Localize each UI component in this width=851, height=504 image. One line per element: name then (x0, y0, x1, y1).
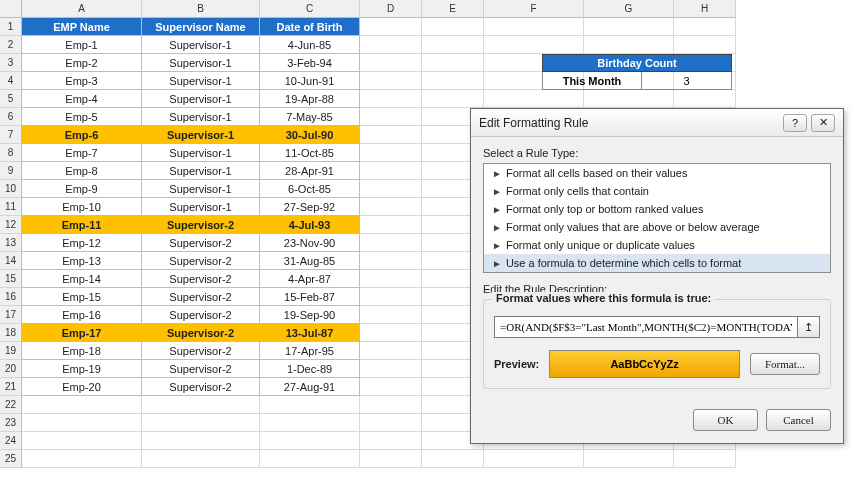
row-header[interactable]: 7 (0, 126, 22, 144)
empty-cell[interactable] (674, 450, 736, 468)
emp-name-cell[interactable]: Emp-20 (22, 378, 142, 396)
empty-cell[interactable] (360, 306, 422, 324)
rule-type-item[interactable]: ►Use a formula to determine which cells … (484, 254, 830, 272)
emp-name-cell[interactable]: Emp-1 (22, 36, 142, 54)
empty-cell[interactable] (360, 396, 422, 414)
row-header[interactable]: 16 (0, 288, 22, 306)
supervisor-cell[interactable]: Supervisor-1 (142, 144, 260, 162)
column-header[interactable]: E (422, 0, 484, 18)
rule-type-list[interactable]: ►Format all cells based on their values►… (483, 163, 831, 273)
empty-cell[interactable] (422, 90, 484, 108)
supervisor-cell[interactable]: Supervisor-2 (142, 378, 260, 396)
dob-cell[interactable]: 23-Nov-90 (260, 234, 360, 252)
emp-name-header[interactable]: EMP Name (22, 18, 142, 36)
empty-cell[interactable] (142, 396, 260, 414)
dob-cell[interactable]: 10-Jun-91 (260, 72, 360, 90)
empty-cell[interactable] (142, 414, 260, 432)
rule-type-item[interactable]: ►Format only unique or duplicate values (484, 236, 830, 254)
formula-input[interactable] (494, 316, 798, 338)
row-header[interactable]: 20 (0, 360, 22, 378)
column-header[interactable]: G (584, 0, 674, 18)
dob-cell[interactable]: 6-Oct-85 (260, 180, 360, 198)
dob-cell[interactable]: 3-Feb-94 (260, 54, 360, 72)
rule-type-item[interactable]: ►Format only cells that contain (484, 182, 830, 200)
row-header[interactable]: 3 (0, 54, 22, 72)
emp-name-cell[interactable]: Emp-9 (22, 180, 142, 198)
empty-cell[interactable] (260, 450, 360, 468)
row-header[interactable]: 18 (0, 324, 22, 342)
empty-cell[interactable] (360, 234, 422, 252)
dob-cell[interactable]: 13-Jul-87 (260, 324, 360, 342)
supervisor-cell[interactable]: Supervisor-1 (142, 90, 260, 108)
empty-cell[interactable] (360, 216, 422, 234)
empty-cell[interactable] (422, 72, 484, 90)
emp-name-cell[interactable]: Emp-6 (22, 126, 142, 144)
supervisor-cell[interactable]: Supervisor-2 (142, 360, 260, 378)
birthday-value-cell[interactable]: 3 (642, 72, 732, 90)
supervisor-cell[interactable]: Supervisor-1 (142, 54, 260, 72)
empty-cell[interactable] (584, 450, 674, 468)
emp-name-cell[interactable]: Emp-11 (22, 216, 142, 234)
row-header[interactable]: 24 (0, 432, 22, 450)
dob-cell[interactable]: 27-Aug-91 (260, 378, 360, 396)
row-header[interactable]: 13 (0, 234, 22, 252)
supervisor-cell[interactable]: Supervisor-2 (142, 216, 260, 234)
empty-cell[interactable] (484, 36, 584, 54)
empty-cell[interactable] (422, 450, 484, 468)
empty-cell[interactable] (584, 90, 674, 108)
row-header[interactable]: 2 (0, 36, 22, 54)
supervisor-cell[interactable]: Supervisor-1 (142, 108, 260, 126)
format-button[interactable]: Format... (750, 353, 820, 375)
ok-button[interactable]: OK (693, 409, 758, 431)
dob-cell[interactable]: 19-Sep-90 (260, 306, 360, 324)
empty-cell[interactable] (360, 36, 422, 54)
emp-name-cell[interactable]: Emp-16 (22, 306, 142, 324)
empty-cell[interactable] (360, 450, 422, 468)
empty-cell[interactable] (360, 360, 422, 378)
supervisor-name-header[interactable]: Supervisor Name (142, 18, 260, 36)
empty-cell[interactable] (260, 414, 360, 432)
dob-cell[interactable]: 17-Apr-95 (260, 342, 360, 360)
row-header[interactable]: 14 (0, 252, 22, 270)
empty-cell[interactable] (22, 414, 142, 432)
row-header[interactable]: 23 (0, 414, 22, 432)
empty-cell[interactable] (422, 54, 484, 72)
empty-cell[interactable] (360, 90, 422, 108)
dob-cell[interactable]: 4-Jun-85 (260, 36, 360, 54)
row-header[interactable]: 1 (0, 18, 22, 36)
emp-name-cell[interactable]: Emp-15 (22, 288, 142, 306)
row-header[interactable]: 12 (0, 216, 22, 234)
empty-cell[interactable] (484, 450, 584, 468)
row-header[interactable]: 11 (0, 198, 22, 216)
emp-name-cell[interactable]: Emp-18 (22, 342, 142, 360)
empty-cell[interactable] (22, 450, 142, 468)
empty-cell[interactable] (484, 90, 584, 108)
emp-name-cell[interactable]: Emp-17 (22, 324, 142, 342)
cancel-button[interactable]: Cancel (766, 409, 831, 431)
empty-cell[interactable] (584, 36, 674, 54)
column-header[interactable]: D (360, 0, 422, 18)
row-header[interactable]: 22 (0, 396, 22, 414)
emp-name-cell[interactable]: Emp-19 (22, 360, 142, 378)
row-header[interactable]: 8 (0, 144, 22, 162)
dob-cell[interactable]: 28-Apr-91 (260, 162, 360, 180)
emp-name-cell[interactable]: Emp-12 (22, 234, 142, 252)
rule-type-item[interactable]: ►Format only top or bottom ranked values (484, 200, 830, 218)
collapse-dialog-button[interactable]: ↥ (798, 316, 820, 338)
help-button[interactable]: ? (783, 114, 807, 132)
row-header[interactable]: 19 (0, 342, 22, 360)
empty-cell[interactable] (260, 432, 360, 450)
dob-cell[interactable]: 4-Apr-87 (260, 270, 360, 288)
emp-name-cell[interactable]: Emp-14 (22, 270, 142, 288)
dob-cell[interactable]: 30-Jul-90 (260, 126, 360, 144)
empty-cell[interactable] (360, 126, 422, 144)
empty-cell[interactable] (360, 144, 422, 162)
emp-name-cell[interactable]: Emp-5 (22, 108, 142, 126)
dialog-titlebar[interactable]: Edit Formatting Rule ? ✕ (471, 109, 843, 137)
emp-name-cell[interactable]: Emp-8 (22, 162, 142, 180)
dob-cell[interactable]: 4-Jul-93 (260, 216, 360, 234)
column-header[interactable]: H (674, 0, 736, 18)
emp-name-cell[interactable]: Emp-7 (22, 144, 142, 162)
dob-cell[interactable]: 31-Aug-85 (260, 252, 360, 270)
supervisor-cell[interactable]: Supervisor-1 (142, 126, 260, 144)
